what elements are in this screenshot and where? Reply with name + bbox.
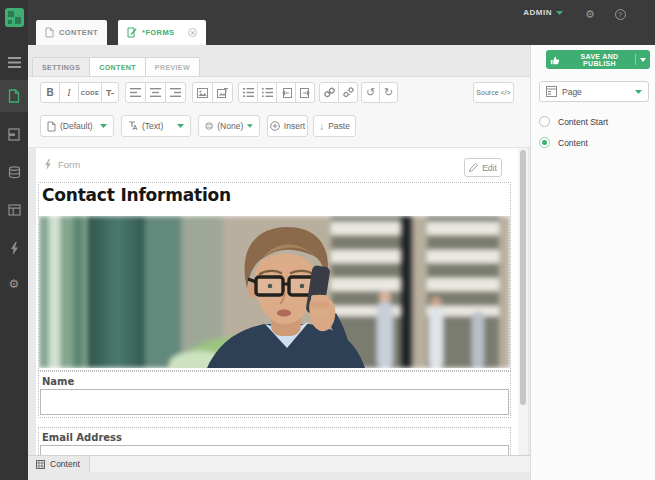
align-right-icon	[170, 88, 181, 97]
outdent-button[interactable]	[276, 82, 296, 103]
tab-settings[interactable]: SETTINGS	[32, 57, 90, 77]
arrow-down-icon: ↓	[319, 121, 324, 132]
image-edit-icon	[217, 88, 228, 98]
text-dropdown-value: (Text)	[142, 121, 163, 131]
code-button[interactable]: CODE	[78, 82, 102, 103]
image-manager-button[interactable]	[212, 82, 233, 103]
sidebar-item-actions[interactable]	[0, 232, 28, 264]
editor-scrollbar-thumb[interactable]	[520, 150, 526, 405]
link-button[interactable]	[319, 82, 339, 103]
sidebar-item-menu[interactable]	[0, 46, 28, 78]
help-icon: ?	[615, 9, 626, 20]
circle-plus-icon	[270, 121, 280, 131]
name-field[interactable]	[40, 389, 509, 415]
field-label: Name	[42, 376, 74, 387]
field-label: Email Address	[42, 432, 122, 443]
align-left-button[interactable]	[125, 82, 146, 103]
box-arrow-in-icon	[281, 88, 292, 98]
email-field[interactable]	[40, 445, 509, 455]
settings-gear-button[interactable]: ⚙	[583, 7, 597, 21]
content-block-icon	[36, 460, 45, 469]
image-icon	[197, 88, 208, 98]
tab-label: CONTENT	[59, 28, 98, 37]
tab-content[interactable]: CONTENT	[36, 20, 107, 45]
path-item-content[interactable]: Content	[28, 456, 90, 472]
gear-icon: ⚙	[9, 278, 20, 290]
sidebar-item-modules[interactable]	[0, 118, 28, 150]
ordered-list-icon	[243, 88, 254, 97]
tab-forms[interactable]: *FORMS ✕	[118, 20, 206, 45]
sidebar-item-data[interactable]	[0, 156, 28, 188]
style-dropdown[interactable]: (Default)	[40, 115, 114, 137]
paste-button[interactable]: ↓ Paste	[313, 115, 356, 137]
insert-label: Insert	[284, 121, 305, 131]
align-center-button[interactable]	[145, 82, 166, 103]
bold-button[interactable]: B	[40, 82, 60, 103]
bullet-list-icon	[262, 88, 273, 97]
placement-option-content-start[interactable]: Content Start	[539, 116, 608, 127]
page-dropdown[interactable]: Page	[539, 81, 649, 102]
chevron-down-icon	[100, 124, 107, 128]
app-logo[interactable]	[5, 8, 24, 27]
database-icon	[8, 166, 21, 179]
document-tabs: CONTENT *FORMS ✕	[36, 20, 206, 45]
bold-label: B	[46, 87, 53, 98]
user-menu[interactable]: ADMIN	[523, 8, 563, 17]
pencil-icon	[469, 163, 478, 172]
clear-format-button[interactable]: T-	[101, 82, 119, 103]
source-button[interactable]: Source </>	[473, 82, 514, 103]
insert-image-button[interactable]	[192, 82, 213, 103]
style-dropdown-value: (Default)	[60, 121, 93, 131]
close-icon[interactable]: ✕	[188, 28, 197, 37]
radio-selected-icon	[539, 137, 550, 148]
ordered-list-button[interactable]	[238, 82, 258, 103]
clear-format-label: T-	[106, 88, 114, 98]
editor-canvas[interactable]: Form Edit Contact Information	[36, 148, 518, 455]
path-item-label: Content	[50, 459, 80, 469]
sidebar-item-pages[interactable]	[0, 80, 28, 112]
thumbs-up-icon	[546, 55, 564, 65]
lightning-icon	[44, 159, 52, 170]
text-style-dropdown[interactable]: (Text)	[121, 115, 191, 137]
widget-type-label: Form	[58, 159, 80, 170]
page-form-icon	[546, 86, 557, 97]
save-options-caret[interactable]	[636, 58, 650, 62]
save-and-publish-button[interactable]: SAVE AND PUBLISH	[546, 50, 650, 69]
indent-button[interactable]	[295, 82, 315, 103]
tab-content-editor[interactable]: CONTENT	[89, 57, 146, 77]
editor-tabs: SETTINGS CONTENT PREVIEW	[33, 57, 200, 77]
edit-label: Edit	[482, 163, 497, 173]
format-toolbar: B I CODE T- ↺ ↻	[40, 82, 398, 103]
form-field-block[interactable]: Name	[38, 371, 511, 418]
hamburger-icon	[8, 57, 21, 68]
form-title-block[interactable]: Contact Information	[38, 182, 511, 371]
radio-icon	[539, 116, 550, 127]
layout-icon	[8, 204, 21, 216]
widget-header: Form	[44, 159, 80, 170]
redo-button[interactable]: ↻	[379, 82, 398, 103]
sidebar-item-layouts[interactable]	[0, 194, 28, 226]
source-label: Source	[476, 89, 498, 96]
bullet-list-button[interactable]	[257, 82, 277, 103]
tab-preview[interactable]: PREVIEW	[145, 57, 200, 77]
unlink-icon	[343, 87, 354, 98]
save-label: SAVE AND PUBLISH	[564, 53, 635, 67]
placement-label: Content	[558, 138, 588, 148]
unlink-button[interactable]	[338, 82, 358, 103]
italic-button[interactable]: I	[59, 82, 79, 103]
edit-widget-button[interactable]: Edit	[464, 158, 502, 177]
chevron-down-icon	[556, 11, 563, 15]
user-label: ADMIN	[523, 8, 552, 17]
help-button[interactable]: ?	[613, 7, 627, 21]
align-right-button[interactable]	[165, 82, 186, 103]
wrap-dropdown[interactable]: (None)	[198, 115, 260, 137]
lightning-icon	[10, 242, 19, 255]
sidebar-item-settings[interactable]: ⚙	[0, 268, 28, 300]
module-icon	[8, 128, 20, 141]
globe-icon	[205, 121, 213, 131]
undo-button[interactable]: ↺	[361, 82, 380, 103]
insert-button[interactable]: Insert	[267, 115, 308, 137]
form-field-block[interactable]: Email Address	[38, 427, 511, 455]
chevron-down-icon	[635, 90, 642, 94]
placement-option-content[interactable]: Content	[539, 137, 588, 148]
